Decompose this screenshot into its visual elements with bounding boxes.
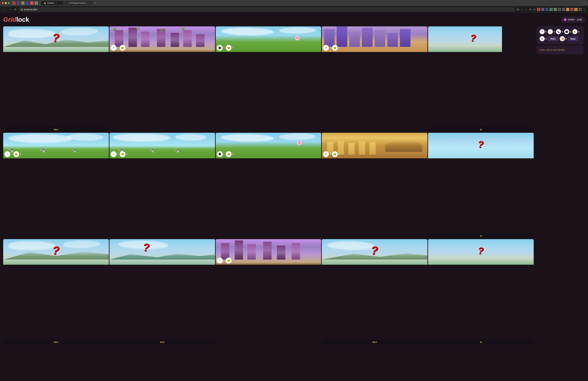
grid-tile-9[interactable]: 🌾 1 🐸 0 <box>322 133 427 239</box>
resource-panel: 🧂 0 🥛 0 🍆 0 ⚫ 0 <box>537 26 583 44</box>
toolbar-icons: ⊞ ☆ ← ❤ ⊞ R 🌐 V N A ▲ >> ≡ <box>516 8 586 11</box>
grid-tile-10[interactable]: ? M <box>428 133 534 239</box>
grid-tile-7[interactable]: 🐄 🐄 🐄 🥛 1 🐸 0 <box>109 133 215 239</box>
ext-icon-4[interactable]: V <box>549 8 553 11</box>
ext-more-icon[interactable]: >> <box>579 8 582 11</box>
minimize-window-button[interactable] <box>5 2 7 4</box>
grid-tile-14[interactable]: ? Mint <box>322 239 427 345</box>
eggplant-count-display: 0 <box>562 31 563 33</box>
mint-button-5[interactable]: M <box>428 127 534 132</box>
grid-tile-6[interactable]: 🐄 🐄 🐄 🥛 1 🐸 0 <box>3 133 109 239</box>
tile-9-badges: 🌾 1 🐸 0 <box>323 151 426 157</box>
maximize-window-button[interactable] <box>8 2 10 4</box>
salt-badge-4: 🧂 <box>323 45 329 51</box>
tile-4-badges: 🧂 1 🐸 0 <box>323 45 426 51</box>
new-tab-button[interactable]: + <box>94 1 97 5</box>
ext-icon-5[interactable] <box>554 8 557 11</box>
ext-back-icon[interactable]: ← <box>525 8 528 11</box>
tab-eth[interactable]: △ ETHTaipei Hackathon 2024 by... ✕ <box>64 1 93 5</box>
grid-tile-15[interactable]: ? M <box>428 239 534 345</box>
grid-tile-1[interactable]: ? Mint <box>3 26 109 132</box>
resource-item-salt: 🧂 0 <box>540 29 546 34</box>
frog-badge-7: 🐸 <box>120 151 126 157</box>
wallet-badge[interactable]: 0xf39F····2266 <box>561 17 585 22</box>
question-mark-1: ? <box>52 31 60 45</box>
tab-close-button-2[interactable]: ✕ <box>89 2 90 4</box>
grid-tile-3[interactable]: 🌸 ⚫ 1 🐸 0 <box>216 26 321 132</box>
sack-count-9: 1 <box>330 153 331 156</box>
milk-count-display: 0 <box>553 31 555 33</box>
frog-count-9: 0 <box>339 153 340 156</box>
refresh-button[interactable]: ↻ <box>13 7 17 12</box>
forward-button[interactable]: → <box>8 7 12 12</box>
logo-grid-text: Grid <box>3 16 16 23</box>
milk-badge-6: 🥛 <box>4 151 10 157</box>
mint-button-14[interactable]: Mint <box>322 339 427 345</box>
bake-button[interactable]: Bake <box>568 37 578 41</box>
grid-tile-12[interactable]: ? Mint <box>109 239 215 345</box>
ext-icon-7[interactable] <box>562 8 565 11</box>
menubar-icon-5[interactable]: ⚙ <box>35 1 38 5</box>
question-mark-10: ? <box>478 139 484 150</box>
mint-button-10[interactable]: M <box>428 233 534 239</box>
question-mark-12: ? <box>143 241 150 254</box>
frog-count-4: 0 <box>339 46 340 49</box>
salt-count: 1 <box>117 46 119 49</box>
tab-close-button[interactable]: ✕ <box>55 2 57 4</box>
seeds-count: 1 <box>224 46 225 49</box>
frog-badge: 🐸 <box>120 45 126 51</box>
grid-tile-2[interactable]: 🌿 🌿 🌿 🌿 🧂 1 🐸 0 <box>109 26 215 132</box>
menubar-icon-4[interactable] <box>30 1 33 5</box>
salt-badge-13: 🧂 <box>217 258 223 264</box>
menubar-icon-1[interactable] <box>17 1 20 5</box>
menubar-icon-mail[interactable]: M <box>12 1 16 5</box>
back-button[interactable]: ← <box>2 7 6 12</box>
question-mark-11: ? <box>52 244 60 257</box>
seeds-badge: ⚫ <box>217 45 223 51</box>
tab-favicon-2: △ <box>67 2 68 4</box>
wallet-icon[interactable]: ❤ <box>528 8 532 11</box>
bookmark-icon[interactable]: ☆ <box>520 8 524 11</box>
ext-icon-9[interactable]: A <box>570 8 573 11</box>
address-bar[interactable]: 🔒 localhost:3000 <box>19 7 515 12</box>
ext-icon-6[interactable]: N <box>558 8 561 11</box>
app-logo: Gridlock <box>3 16 29 23</box>
menubar-icon-3[interactable] <box>26 1 29 5</box>
ext-grid-icon[interactable]: ⊞ <box>533 8 536 11</box>
mint-button-12[interactable]: Mint <box>109 339 215 345</box>
menu-icon[interactable]: ≡ <box>583 8 586 11</box>
tile-13-badges: 🧂 1 🐸 0 <box>217 258 320 264</box>
grid-tile-11[interactable]: ? Mint <box>3 239 109 345</box>
grid-view-icon[interactable]: ⊞ <box>516 8 520 11</box>
seeds-count-display: 0 <box>570 31 571 33</box>
action-row: 🧋 0 Make 🍞 0 Bake <box>540 36 581 41</box>
frog-badge-3: 🐸 <box>226 45 231 51</box>
ext-icon-10[interactable]: ▲ <box>574 8 578 11</box>
ext-icon-2[interactable]: 🌐 <box>541 8 544 11</box>
make-button[interactable]: Make <box>548 37 558 41</box>
question-mark-15: ? <box>478 245 484 256</box>
ext-icon-3[interactable] <box>545 8 548 11</box>
milk-count-7: 1 <box>117 153 119 156</box>
tab-favicon: 🔒 <box>44 2 46 4</box>
ext-icon-1[interactable]: R <box>537 8 540 11</box>
mint-button-1[interactable]: Mint <box>3 127 109 132</box>
logo-lock-text: lock <box>16 16 29 23</box>
mint-button-15[interactable]: M <box>428 339 534 345</box>
salt-icon: 🧂 <box>540 29 545 34</box>
menubar-icon-2[interactable] <box>21 1 24 5</box>
grid-tile-13[interactable]: 🧂 1 🐸 0 <box>216 239 321 345</box>
seeds-count-8: 1 <box>224 153 225 156</box>
frog-count-13: 0 <box>232 259 234 262</box>
close-window-button[interactable] <box>2 2 4 4</box>
url-text: localhost:3000 <box>24 8 513 11</box>
salt-count-13: 1 <box>224 259 225 262</box>
tab-gridlock[interactable]: 🔒 Gridlock ✕ <box>41 1 63 5</box>
mint-button-11[interactable]: Mint <box>3 339 109 345</box>
salt-count-4: 1 <box>330 46 331 49</box>
grid-tile-8[interactable]: 🌸 ⚫ 1 🐸 0 <box>216 133 321 239</box>
grid-tile-4[interactable]: 🧂 1 🐸 0 <box>322 26 427 132</box>
boba-count-display: 0 <box>545 38 546 40</box>
grid-tile-5[interactable]: ? M <box>428 26 534 132</box>
ext-icon-8[interactable] <box>566 8 569 11</box>
